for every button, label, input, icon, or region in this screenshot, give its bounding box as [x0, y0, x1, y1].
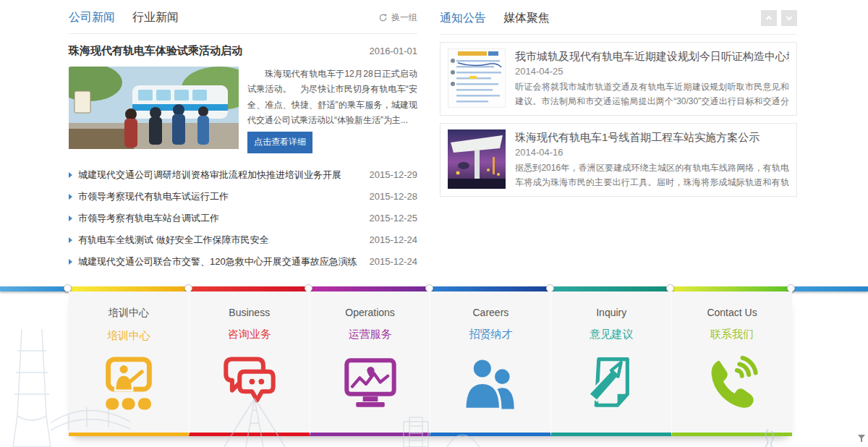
notice-thumbnail	[448, 129, 506, 189]
planning-document-image	[448, 48, 506, 108]
triangle-bullet-icon	[69, 237, 72, 243]
ribbon-segment	[69, 286, 190, 291]
notices-section: 通知公告 媒体聚焦	[440, 10, 797, 197]
refresh-label: 换一组	[391, 12, 417, 24]
scroll-down-button[interactable]	[781, 10, 797, 26]
notice-excerpt: 据悉到2016年，香洲区要建成环绕主城区的有轨电车线路网络，有轨电车将成为珠海市…	[515, 161, 789, 190]
service-careers[interactable]: Careers 招贤纳才	[430, 291, 550, 436]
page: 公司新闻 行业新闻 换一组 珠海现代有轨电车体验试乘活动启动 2016-01-0…	[0, 0, 868, 447]
chevron-down-icon	[784, 13, 794, 23]
notice-card-body: 我市城轨及现代有轨电车近期建设规划今日听证构造中心城区... 2014-04-2…	[515, 48, 789, 109]
notice-excerpt: 听证会将就我市城市轨道交通及有轨电车近期建设规划听取市民意见和建议。市法制局和市…	[515, 80, 789, 109]
news-item-title: 城建现代交通公司联合市交警、120急救中心开展交通事故应急演练	[78, 255, 362, 268]
tab-notices[interactable]: 通知公告	[440, 11, 486, 26]
service-label-top: Careers	[430, 307, 550, 318]
statue-watermark	[758, 428, 780, 447]
service-label-top: Contact Us	[672, 307, 792, 318]
notice-thumbnail	[448, 48, 506, 108]
ribbon-segment	[310, 286, 430, 291]
news-item-title: 城建现代交通公司调研培训资格审批流程加快推进培训业务开展	[78, 169, 362, 182]
ribbon-segment	[551, 286, 671, 291]
notices-panel-header: 通知公告 媒体聚焦	[440, 10, 797, 35]
news-panel-header: 公司新闻 行业新闻 换一组	[69, 10, 417, 34]
ribbon-segment	[0, 286, 69, 291]
triangle-bullet-icon	[69, 194, 72, 200]
featured-news-text: 珠海现代有轨电车于12月28日正式启动试乘活动。 为尽快让市民切身有轨电车“安全…	[247, 67, 417, 153]
refresh-group-button[interactable]: 换一组	[378, 12, 417, 24]
ribbon-segment	[671, 286, 792, 291]
notice-date: 2014-04-25	[515, 66, 789, 77]
triangle-bullet-icon	[69, 216, 72, 221]
refresh-icon	[378, 13, 388, 22]
service-label-zh: 联系我们	[672, 328, 792, 341]
view-detail-button[interactable]: 点击查看详细	[247, 132, 312, 153]
featured-news-title[interactable]: 珠海现代有轨电车体验试乘活动启动	[69, 44, 242, 58]
news-item-date: 2015-12-29	[370, 169, 418, 180]
tab-industry-news[interactable]: 行业新闻	[132, 10, 179, 25]
featured-news-header: 珠海现代有轨电车体验试乘活动启动 2016-01-01	[69, 44, 417, 58]
filter-glyph-watermark	[857, 434, 866, 443]
notice-card[interactable]: 我市城轨及现代有轨电车近期建设规划今日听证构造中心城区... 2014-04-2…	[440, 42, 797, 116]
news-list: 城建现代交通公司调研培训资格审批流程加快推进培训业务开展 2015-12-29 …	[69, 164, 417, 273]
news-list-item[interactable]: 有轨电车全线测试 做好安全工作保障市民安全 2015-12-24	[69, 229, 417, 251]
service-inquiry[interactable]: Inquiry 意见建议	[550, 291, 671, 436]
color-ribbon	[0, 286, 868, 291]
news-list-item[interactable]: 市领导考察有轨电车站台调试工作 2015-12-25	[69, 208, 417, 229]
document-pencil-icon	[551, 353, 671, 418]
news-item-title: 市领导考察有轨电车站台调试工作	[78, 212, 362, 225]
news-list-item[interactable]: 市领导考察现代有轨电车试运行工作 2015-12-28	[69, 186, 417, 208]
notice-scroll-buttons	[761, 10, 797, 26]
news-item-date: 2015-12-25	[370, 213, 418, 224]
tab-company-news[interactable]: 公司新闻	[69, 10, 115, 25]
news-item-date: 2015-12-24	[370, 234, 418, 245]
tab-media-focus[interactable]: 媒体聚焦	[503, 11, 550, 26]
notice-date: 2014-04-16	[515, 147, 789, 158]
notice-title[interactable]: 我市城轨及现代有轨电车近期建设规划今日听证构造中心城区...	[515, 50, 789, 64]
notice-card[interactable]: 珠海现代有轨电车1号线首期工程车站实施方案公示 2014-04-16 据悉到20…	[440, 123, 797, 197]
triangle-bullet-icon	[69, 172, 72, 178]
ribbon-segment	[430, 286, 551, 291]
service-contact-us[interactable]: Contact Us 联系我们	[671, 291, 792, 436]
ribbon-segment	[190, 286, 310, 291]
featured-news-image[interactable]	[69, 67, 239, 149]
service-label-top: Operations	[310, 307, 430, 318]
service-label-zh: 招贤纳才	[430, 328, 550, 341]
chevron-up-icon	[764, 13, 774, 23]
service-label-top: 培训中心	[69, 307, 189, 320]
news-list-item[interactable]: 城建现代交通公司调研培训资格审批流程加快推进培训业务开展 2015-12-29	[69, 164, 417, 186]
city-skyline-watermark	[0, 329, 340, 447]
people-icon	[430, 353, 550, 418]
news-item-title: 有轨电车全线测试 做好安全工作保障市民安全	[78, 234, 362, 247]
featured-news-date: 2016-01-01	[370, 46, 418, 56]
building-watermark	[396, 416, 483, 447]
notice-title[interactable]: 珠海现代有轨电车1号线首期工程车站实施方案公示	[515, 131, 789, 145]
phone-icon	[672, 353, 792, 418]
notices-tabs: 通知公告 媒体聚焦	[440, 11, 550, 26]
triangle-bullet-icon	[69, 259, 72, 265]
service-label-top: Inquiry	[551, 307, 671, 318]
service-label-top: Business	[190, 307, 310, 318]
service-label-zh: 意见建议	[551, 328, 671, 341]
news-list-item[interactable]: 城建现代交通公司联合市交警、120急救中心开展交通事故应急演练 2015-12-…	[69, 251, 417, 273]
featured-news-excerpt: 珠海现代有轨电车于12月28日正式启动试乘活动。 为尽快让市民切身有轨电车“安全…	[247, 67, 417, 128]
news-item-title: 市领导考察现代有轨电车试运行工作	[78, 190, 362, 203]
tram-station-night-image	[448, 129, 506, 189]
tram-photo	[69, 67, 239, 149]
company-news-section: 公司新闻 行业新闻 换一组 珠海现代有轨电车体验试乘活动启动 2016-01-0…	[69, 10, 417, 273]
featured-news-body: 珠海现代有轨电车于12月28日正式启动试乘活动。 为尽快让市民切身有轨电车“安全…	[69, 67, 417, 153]
scroll-up-button[interactable]	[761, 10, 777, 26]
ribbon-segment	[792, 286, 868, 291]
news-item-date: 2015-12-24	[370, 256, 418, 267]
notice-card-body: 珠海现代有轨电车1号线首期工程车站实施方案公示 2014-04-16 据悉到20…	[515, 129, 789, 190]
news-tabs: 公司新闻 行业新闻	[69, 10, 179, 25]
news-item-date: 2015-12-28	[370, 191, 418, 202]
